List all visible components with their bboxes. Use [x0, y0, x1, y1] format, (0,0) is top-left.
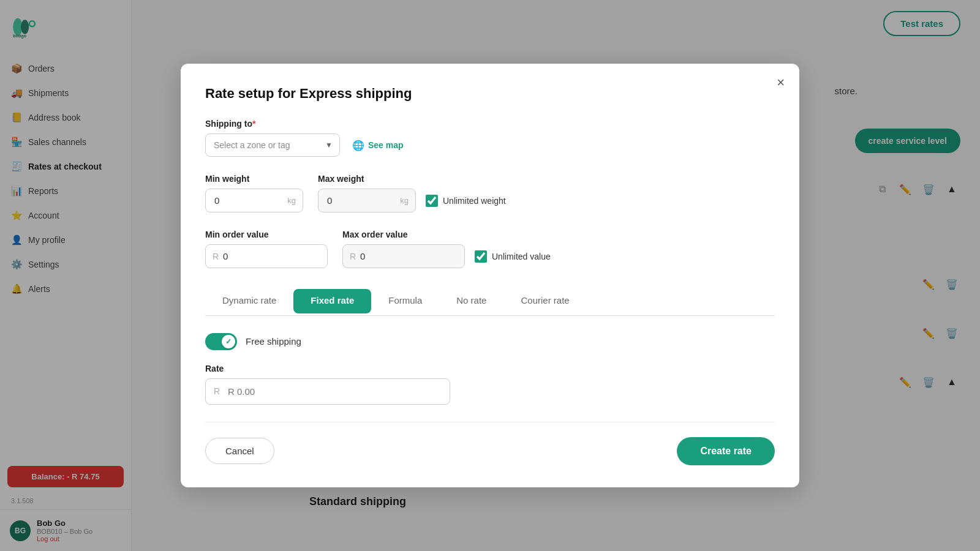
shipping-to-label: Shipping to* [205, 119, 775, 129]
max-order-row: R Unlimited value [342, 244, 551, 268]
max-weight-row: kg Unlimited weight [318, 189, 506, 212]
modal-title: Rate setup for Express shipping [205, 86, 775, 102]
unlimited-value-checkbox[interactable] [475, 250, 487, 263]
min-order-input[interactable] [205, 244, 328, 268]
create-rate-button[interactable]: Create rate [677, 437, 775, 465]
min-weight-input-wrapper: kg [205, 189, 303, 212]
required-marker: * [252, 119, 255, 129]
rate-setup-modal: Rate setup for Express shipping × Shippi… [181, 64, 799, 487]
globe-icon: 🌐 [352, 140, 364, 151]
modal-divider [205, 422, 775, 422]
max-order-input[interactable] [342, 244, 465, 268]
free-shipping-toggle[interactable] [205, 333, 237, 350]
max-order-prefix: R [350, 252, 356, 261]
max-weight-group: Max weight kg Unlimited weight [318, 174, 506, 212]
max-order-input-wrapper: R [342, 244, 465, 268]
min-weight-label: Min weight [205, 174, 303, 184]
tab-dynamic-rate[interactable]: Dynamic rate [205, 288, 293, 316]
modal-overlay: Rate setup for Express shipping × Shippi… [0, 0, 980, 551]
zone-select-wrapper: ▼ Select a zone or tag [205, 133, 340, 157]
min-order-prefix: R [213, 252, 219, 261]
order-value-row: Min order value R Max order value R Unli… [205, 230, 775, 268]
max-weight-label: Max weight [318, 174, 506, 184]
min-order-input-wrapper: R [205, 244, 328, 268]
min-weight-group: Min weight kg [205, 174, 303, 212]
rate-currency-prefix: R [214, 386, 220, 396]
max-weight-input-wrapper: kg [318, 189, 416, 212]
tab-no-rate[interactable]: No rate [439, 288, 503, 316]
free-shipping-label: Free shipping [246, 336, 301, 347]
rate-tabs: Dynamic rate Fixed rate Formula No rate … [205, 288, 775, 316]
weight-unit-label: kg [287, 196, 296, 205]
shipping-to-section: Shipping to* ▼ Select a zone or tag 🌐 Se… [205, 119, 775, 157]
rate-field-section: Rate R [205, 364, 775, 405]
modal-footer: Cancel Create rate [205, 437, 775, 465]
max-order-label: Max order value [342, 230, 551, 239]
max-weight-unit-label: kg [400, 196, 409, 205]
unlimited-weight-checkbox-label[interactable]: Unlimited weight [426, 195, 506, 207]
zone-select[interactable] [205, 133, 340, 157]
unlimited-weight-checkbox[interactable] [426, 195, 438, 207]
min-order-label: Min order value [205, 230, 328, 239]
unlimited-value-checkbox-label[interactable]: Unlimited value [475, 250, 551, 263]
rate-input-wrapper: R [205, 378, 450, 405]
max-order-group: Max order value R Unlimited value [342, 230, 551, 268]
close-button[interactable]: × [777, 76, 785, 89]
rate-label: Rate [205, 364, 775, 373]
shipping-to-row: ▼ Select a zone or tag 🌐 See map [205, 133, 775, 157]
tab-formula[interactable]: Formula [371, 288, 439, 316]
weight-row: Min weight kg Max weight kg Unlimited we… [205, 174, 775, 212]
see-map-link[interactable]: 🌐 See map [352, 140, 404, 151]
rate-input[interactable] [205, 378, 450, 405]
free-shipping-row: Free shipping [205, 333, 775, 350]
toggle-knob [222, 335, 235, 348]
tab-courier-rate[interactable]: Courier rate [503, 288, 586, 316]
min-order-group: Min order value R [205, 230, 328, 268]
cancel-button[interactable]: Cancel [205, 438, 274, 464]
tab-fixed-rate[interactable]: Fixed rate [293, 289, 371, 313]
